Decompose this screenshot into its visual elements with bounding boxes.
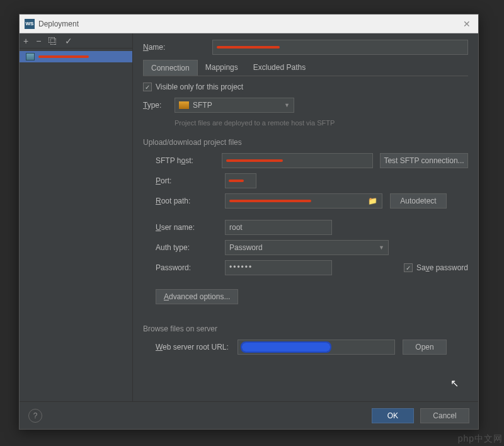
type-label: Type:: [143, 101, 175, 110]
visible-only-label: Visible only for this project: [156, 83, 243, 91]
redacted-host: [226, 159, 283, 162]
visible-only-row: ✓ Visible only for this project: [143, 83, 468, 91]
password-input[interactable]: ••••••: [225, 260, 332, 275]
type-row: Type: SFTP ▼: [143, 98, 468, 113]
sidebar-item-server[interactable]: [20, 51, 132, 62]
root-label: Root path:: [156, 197, 225, 205]
name-label: Name:: [143, 43, 212, 52]
advanced-options-button[interactable]: AAdvanced options...dvanced options...: [156, 289, 238, 304]
type-hint: Project files are deployed to a remote h…: [143, 118, 468, 135]
upload-section-title: Upload/download project files: [143, 138, 468, 147]
name-row: Name:: [143, 40, 468, 55]
type-value: SFTP: [193, 101, 212, 110]
auth-row: Auth type: Password ▼: [156, 240, 468, 255]
redacted-url: [242, 343, 330, 352]
sftp-icon: [179, 101, 189, 109]
check-server-icon[interactable]: ✓: [65, 36, 72, 46]
test-connection-button[interactable]: Test SFTP connection...: [380, 153, 468, 168]
auth-value: Password: [229, 243, 263, 252]
name-input[interactable]: [212, 40, 468, 55]
autodetect-button[interactable]: Autodetect: [390, 193, 447, 209]
user-row: User name:: [156, 220, 468, 235]
host-label: SFTP host:: [156, 156, 222, 165]
cancel-button[interactable]: Cancel: [420, 408, 469, 423]
deployment-dialog: WS Deployment ✕ + − ⿻ ✓ Name:: [19, 14, 479, 430]
save-password-checkbox[interactable]: ✓: [404, 263, 413, 272]
redacted-name-value: [217, 46, 280, 49]
copy-server-icon[interactable]: ⿻: [49, 36, 57, 46]
chevron-down-icon: ▼: [284, 102, 290, 108]
type-select[interactable]: SFTP ▼: [175, 98, 294, 113]
ok-button[interactable]: OK: [372, 408, 414, 423]
main-panel: Name: Connection Mappings Excluded Paths…: [133, 33, 478, 401]
auth-label: Auth type:: [156, 243, 225, 252]
redacted-server-name: [38, 55, 89, 58]
browse-section-title: Browse files on server: [143, 324, 468, 333]
visible-only-checkbox[interactable]: ✓: [143, 83, 152, 91]
tabs: Connection Mappings Excluded Paths: [143, 60, 468, 76]
open-button[interactable]: Open: [403, 340, 447, 355]
servers-sidebar: + − ⿻ ✓: [20, 33, 133, 401]
url-row: Web server root URL: Open: [156, 340, 468, 355]
url-input[interactable]: [238, 340, 395, 355]
app-icon: WS: [25, 19, 35, 29]
dialog-footer: ? OK Cancel: [20, 401, 478, 429]
root-input[interactable]: 📁: [225, 193, 382, 209]
tab-mappings[interactable]: Mappings: [198, 60, 246, 76]
root-row: Root path: 📁 Autodetect: [156, 193, 468, 209]
server-list: [20, 49, 132, 401]
server-icon: [26, 53, 35, 60]
user-label: User name:: [156, 223, 225, 232]
add-server-icon[interactable]: +: [23, 36, 28, 46]
dialog-body: + − ⿻ ✓ Name: Connection Mapp: [20, 33, 478, 401]
auth-select[interactable]: Password ▼: [225, 240, 389, 255]
remove-server-icon[interactable]: −: [36, 36, 41, 46]
titlebar: WS Deployment ✕: [20, 14, 478, 33]
close-icon[interactable]: ✕: [461, 19, 473, 29]
host-input[interactable]: [222, 153, 372, 168]
tab-excluded-paths[interactable]: Excluded Paths: [246, 60, 313, 76]
port-row: Port:: [156, 173, 468, 188]
advanced-row: AAdvanced options...dvanced options...: [156, 289, 468, 304]
password-label: Password:: [156, 263, 225, 272]
browse-section: Web server root URL: Open: [143, 340, 468, 355]
tab-connection[interactable]: Connection: [143, 60, 198, 76]
redacted-port: [229, 180, 244, 182]
port-input[interactable]: [225, 173, 256, 188]
host-row: SFTP host: Test SFTP connection...: [156, 153, 468, 168]
save-password-label: Save password: [416, 263, 468, 272]
port-label: Port:: [156, 176, 225, 185]
upload-section: SFTP host: Test SFTP connection... Port:…: [143, 153, 468, 304]
url-label: Web server root URL:: [156, 343, 238, 352]
folder-icon[interactable]: 📁: [368, 197, 378, 205]
sidebar-toolbar: + − ⿻ ✓: [20, 33, 132, 49]
chevron-down-icon: ▼: [379, 244, 384, 251]
redacted-root: [229, 200, 311, 202]
password-row: Password: •••••• ✓ Save password: [156, 260, 468, 275]
help-button[interactable]: ?: [28, 409, 42, 423]
watermark: php中文网: [458, 433, 503, 445]
window-title: Deployment: [38, 20, 461, 28]
user-input[interactable]: [225, 220, 332, 235]
